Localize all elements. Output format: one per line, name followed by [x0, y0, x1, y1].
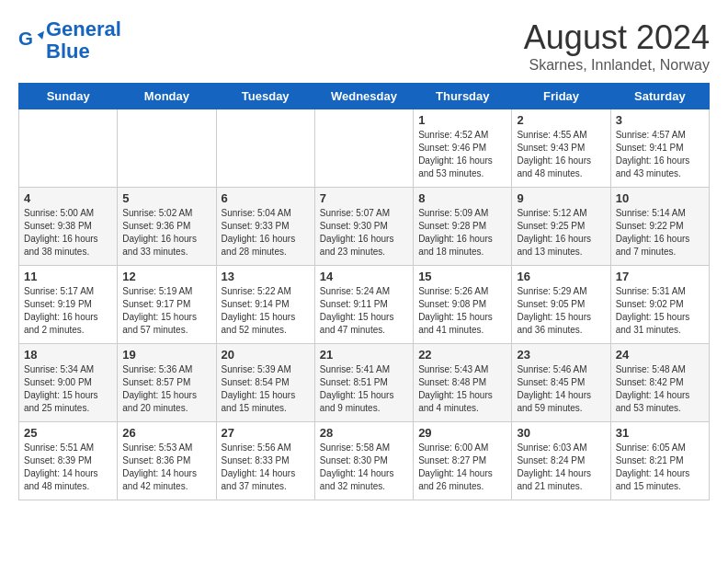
- day-info: Sunrise: 6:03 AM Sunset: 8:24 PM Dayligh…: [517, 442, 605, 493]
- location: Skarnes, Innlandet, Norway: [524, 57, 710, 74]
- table-cell: 10Sunrise: 5:14 AM Sunset: 9:22 PM Dayli…: [610, 188, 709, 266]
- week-row-2: 4Sunrise: 5:00 AM Sunset: 9:38 PM Daylig…: [19, 188, 710, 266]
- table-cell: [216, 109, 314, 188]
- header-saturday: Saturday: [610, 84, 709, 109]
- day-number: 2: [517, 113, 605, 127]
- table-cell: 18Sunrise: 5:34 AM Sunset: 9:00 PM Dayli…: [19, 344, 118, 422]
- table-cell: [19, 109, 118, 188]
- logo-line2: Blue: [46, 40, 90, 63]
- day-info: Sunrise: 5:56 AM Sunset: 8:33 PM Dayligh…: [222, 442, 310, 493]
- day-number: 3: [616, 113, 704, 127]
- table-cell: 7Sunrise: 5:07 AM Sunset: 9:30 PM Daylig…: [314, 188, 413, 266]
- header-sunday: Sunday: [19, 84, 118, 109]
- table-cell: 3Sunrise: 4:57 AM Sunset: 9:41 PM Daylig…: [610, 109, 709, 188]
- day-info: Sunrise: 5:51 AM Sunset: 8:39 PM Dayligh…: [24, 442, 112, 493]
- day-number: 30: [517, 426, 605, 440]
- day-info: Sunrise: 5:43 AM Sunset: 8:48 PM Dayligh…: [418, 363, 506, 415]
- day-info: Sunrise: 5:00 AM Sunset: 9:38 PM Dayligh…: [24, 207, 112, 259]
- day-info: Sunrise: 5:41 AM Sunset: 8:51 PM Dayligh…: [320, 363, 408, 415]
- day-info: Sunrise: 5:36 AM Sunset: 8:57 PM Dayligh…: [122, 363, 210, 415]
- logo-icon: G: [18, 28, 44, 53]
- day-info: Sunrise: 5:26 AM Sunset: 9:08 PM Dayligh…: [418, 285, 506, 337]
- day-info: Sunrise: 5:04 AM Sunset: 9:33 PM Dayligh…: [222, 207, 310, 259]
- day-number: 16: [517, 270, 605, 283]
- day-number: 19: [122, 348, 210, 362]
- title-block: August 2024 Skarnes, Innlandet, Norway: [524, 18, 710, 74]
- day-number: 23: [517, 348, 605, 362]
- table-cell: 29Sunrise: 6:00 AM Sunset: 8:27 PM Dayli…: [414, 422, 512, 500]
- day-number: 17: [616, 270, 704, 283]
- header-thursday: Thursday: [414, 84, 512, 109]
- day-number: 28: [320, 426, 408, 440]
- table-cell: 19Sunrise: 5:36 AM Sunset: 8:57 PM Dayli…: [118, 344, 216, 422]
- header-wednesday: Wednesday: [314, 84, 413, 109]
- day-info: Sunrise: 5:07 AM Sunset: 9:30 PM Dayligh…: [320, 207, 408, 259]
- week-row-1: 1Sunrise: 4:52 AM Sunset: 9:46 PM Daylig…: [19, 109, 710, 188]
- day-info: Sunrise: 5:02 AM Sunset: 9:36 PM Dayligh…: [122, 207, 210, 259]
- day-number: 20: [222, 348, 310, 362]
- day-number: 22: [418, 348, 506, 362]
- day-info: Sunrise: 6:05 AM Sunset: 8:21 PM Dayligh…: [616, 442, 704, 493]
- day-info: Sunrise: 5:48 AM Sunset: 8:42 PM Dayligh…: [616, 363, 704, 415]
- day-info: Sunrise: 5:46 AM Sunset: 8:45 PM Dayligh…: [517, 363, 605, 415]
- day-number: 7: [320, 191, 408, 205]
- day-info: Sunrise: 5:31 AM Sunset: 9:02 PM Dayligh…: [616, 285, 704, 337]
- day-number: 25: [24, 426, 112, 440]
- table-cell: 13Sunrise: 5:22 AM Sunset: 9:14 PM Dayli…: [216, 266, 314, 344]
- day-info: Sunrise: 5:12 AM Sunset: 9:25 PM Dayligh…: [517, 207, 605, 259]
- day-info: Sunrise: 6:00 AM Sunset: 8:27 PM Dayligh…: [418, 442, 506, 493]
- table-cell: 12Sunrise: 5:19 AM Sunset: 9:17 PM Dayli…: [118, 266, 216, 344]
- day-number: 8: [418, 191, 506, 205]
- logo: G General Blue: [18, 18, 121, 63]
- day-info: Sunrise: 4:57 AM Sunset: 9:41 PM Dayligh…: [616, 129, 704, 180]
- day-number: 15: [418, 270, 506, 283]
- table-cell: 17Sunrise: 5:31 AM Sunset: 9:02 PM Dayli…: [610, 266, 709, 344]
- header-monday: Monday: [118, 84, 216, 109]
- table-cell: 16Sunrise: 5:29 AM Sunset: 9:05 PM Dayli…: [512, 266, 610, 344]
- day-number: 27: [222, 426, 310, 440]
- day-info: Sunrise: 5:39 AM Sunset: 8:54 PM Dayligh…: [222, 363, 310, 415]
- week-row-5: 25Sunrise: 5:51 AM Sunset: 8:39 PM Dayli…: [19, 422, 710, 500]
- day-number: 31: [616, 426, 704, 440]
- svg-marker-1: [38, 31, 44, 40]
- table-cell: 1Sunrise: 4:52 AM Sunset: 9:46 PM Daylig…: [414, 109, 512, 188]
- day-number: 13: [222, 270, 310, 283]
- day-info: Sunrise: 5:34 AM Sunset: 9:00 PM Dayligh…: [24, 363, 112, 415]
- header-tuesday: Tuesday: [216, 84, 314, 109]
- day-info: Sunrise: 4:52 AM Sunset: 9:46 PM Dayligh…: [418, 129, 506, 180]
- day-info: Sunrise: 4:55 AM Sunset: 9:43 PM Dayligh…: [517, 129, 605, 180]
- days-header-row: Sunday Monday Tuesday Wednesday Thursday…: [19, 84, 710, 109]
- day-number: 21: [320, 348, 408, 362]
- table-cell: 20Sunrise: 5:39 AM Sunset: 8:54 PM Dayli…: [216, 344, 314, 422]
- day-number: 12: [122, 270, 210, 283]
- day-info: Sunrise: 5:24 AM Sunset: 9:11 PM Dayligh…: [320, 285, 408, 337]
- table-cell: 22Sunrise: 5:43 AM Sunset: 8:48 PM Dayli…: [414, 344, 512, 422]
- table-cell: 4Sunrise: 5:00 AM Sunset: 9:38 PM Daylig…: [19, 188, 118, 266]
- table-cell: 30Sunrise: 6:03 AM Sunset: 8:24 PM Dayli…: [512, 422, 610, 500]
- svg-text:G: G: [18, 28, 33, 49]
- day-info: Sunrise: 5:14 AM Sunset: 9:22 PM Dayligh…: [616, 207, 704, 259]
- table-cell: 23Sunrise: 5:46 AM Sunset: 8:45 PM Dayli…: [512, 344, 610, 422]
- table-cell: 21Sunrise: 5:41 AM Sunset: 8:51 PM Dayli…: [314, 344, 413, 422]
- day-info: Sunrise: 5:19 AM Sunset: 9:17 PM Dayligh…: [122, 285, 210, 337]
- table-cell: 5Sunrise: 5:02 AM Sunset: 9:36 PM Daylig…: [118, 188, 216, 266]
- day-number: 1: [418, 113, 506, 127]
- day-number: 11: [24, 270, 112, 283]
- table-cell: 24Sunrise: 5:48 AM Sunset: 8:42 PM Dayli…: [610, 344, 709, 422]
- calendar-table: Sunday Monday Tuesday Wednesday Thursday…: [18, 83, 710, 500]
- day-info: Sunrise: 5:17 AM Sunset: 9:19 PM Dayligh…: [24, 285, 112, 337]
- table-cell: 14Sunrise: 5:24 AM Sunset: 9:11 PM Dayli…: [314, 266, 413, 344]
- day-number: 5: [122, 191, 210, 205]
- day-number: 9: [517, 191, 605, 205]
- logo-line1: General: [46, 17, 121, 40]
- day-number: 24: [616, 348, 704, 362]
- day-number: 4: [24, 191, 112, 205]
- logo-text: General Blue: [46, 18, 121, 63]
- page-header: G General Blue August 2024 Skarnes, Innl…: [18, 18, 710, 74]
- day-info: Sunrise: 5:58 AM Sunset: 8:30 PM Dayligh…: [320, 442, 408, 493]
- table-cell: 8Sunrise: 5:09 AM Sunset: 9:28 PM Daylig…: [414, 188, 512, 266]
- table-cell: 6Sunrise: 5:04 AM Sunset: 9:33 PM Daylig…: [216, 188, 314, 266]
- day-number: 29: [418, 426, 506, 440]
- day-number: 18: [24, 348, 112, 362]
- table-cell: 2Sunrise: 4:55 AM Sunset: 9:43 PM Daylig…: [512, 109, 610, 188]
